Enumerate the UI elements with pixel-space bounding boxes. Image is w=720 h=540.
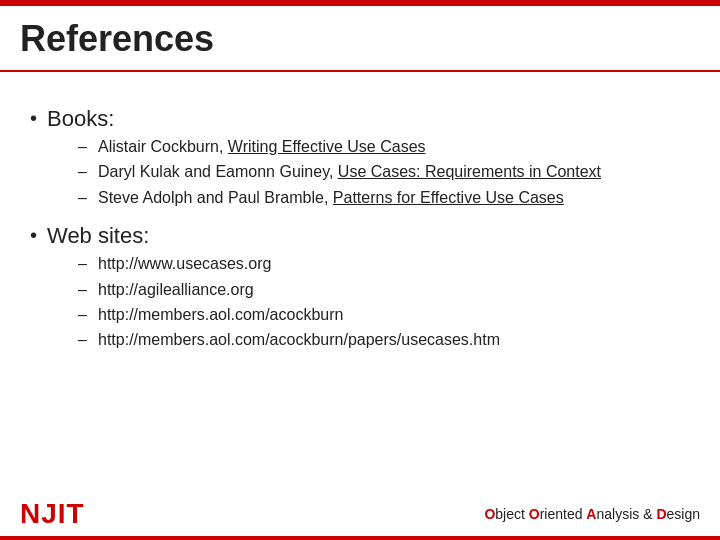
dash-icon: –: [78, 304, 90, 326]
content-area: • Books: – Alistair Cockburn, Writing Ef…: [0, 82, 720, 365]
list-item: – http://members.aol.com/acockburn/paper…: [78, 329, 690, 351]
list-item: – http://members.aol.com/acockburn: [78, 304, 690, 326]
book-2-prefix: Daryl Kulak and Eamonn Guiney,: [98, 163, 338, 180]
books-section-header: • Books:: [30, 106, 690, 132]
dash-icon: –: [78, 136, 90, 158]
website-item-4: http://members.aol.com/acockburn/papers/…: [98, 329, 500, 351]
bullet-dot-books: •: [30, 107, 37, 130]
website-item-3: http://members.aol.com/acockburn: [98, 304, 343, 326]
tagline-o2: O: [529, 506, 540, 522]
website-item-2: http://agilealliance.org: [98, 279, 254, 301]
dash-icon: –: [78, 329, 90, 351]
list-item: – Daryl Kulak and Eamonn Guiney, Use Cas…: [78, 161, 690, 183]
top-border: [0, 0, 720, 6]
book-item-3: Steve Adolph and Paul Bramble, Patterns …: [98, 187, 564, 209]
dash-icon: –: [78, 279, 90, 301]
list-item: – http://www.usecases.org: [78, 253, 690, 275]
bottom-border: [0, 536, 720, 540]
book-3-link: Patterns for Effective Use Cases: [333, 189, 564, 206]
tagline-d: D: [656, 506, 666, 522]
njit-logo-text: NJIT: [20, 498, 85, 530]
dash-icon: –: [78, 161, 90, 183]
footer: NJIT Object Oriented Analysis & Design: [0, 498, 720, 530]
book-item-1: Alistair Cockburn, Writing Effective Use…: [98, 136, 426, 158]
websites-list: – http://www.usecases.org – http://agile…: [78, 253, 690, 352]
book-item-2: Daryl Kulak and Eamonn Guiney, Use Cases…: [98, 161, 601, 183]
books-list: – Alistair Cockburn, Writing Effective U…: [78, 136, 690, 209]
dash-icon: –: [78, 253, 90, 275]
websites-section-header: • Web sites:: [30, 223, 690, 249]
dash-icon: –: [78, 187, 90, 209]
list-item: – Alistair Cockburn, Writing Effective U…: [78, 136, 690, 158]
book-1-prefix: Alistair Cockburn,: [98, 138, 228, 155]
logo-letter-j: J: [41, 498, 58, 529]
list-item: – http://agilealliance.org: [78, 279, 690, 301]
book-2-link: Use Cases: Requirements in Context: [338, 163, 601, 180]
tagline-o1: O: [484, 506, 495, 522]
website-item-1: http://www.usecases.org: [98, 253, 271, 275]
bullet-dot-websites: •: [30, 224, 37, 247]
logo-letter-n: N: [20, 498, 41, 529]
footer-tagline: Object Oriented Analysis & Design: [484, 506, 700, 522]
websites-label: Web sites:: [47, 223, 149, 249]
list-item: – Steve Adolph and Paul Bramble, Pattern…: [78, 187, 690, 209]
tagline-a: A: [586, 506, 596, 522]
page-title: References: [0, 0, 720, 72]
book-1-link: Writing Effective Use Cases: [228, 138, 426, 155]
logo-letter-t: T: [67, 498, 85, 529]
njit-logo: NJIT: [20, 498, 85, 530]
book-3-prefix: Steve Adolph and Paul Bramble,: [98, 189, 333, 206]
logo-letter-i: I: [58, 498, 67, 529]
books-label: Books:: [47, 106, 114, 132]
